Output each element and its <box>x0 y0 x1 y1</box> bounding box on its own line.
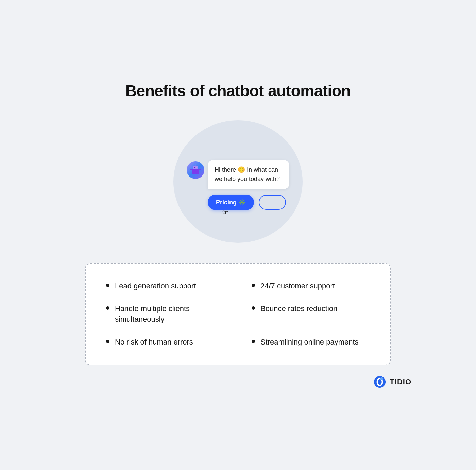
benefit-item: Handle multiple clients simultaneously <box>106 304 224 325</box>
svg-rect-8 <box>194 171 197 171</box>
svg-point-5 <box>197 167 197 168</box>
benefit-text: 24/7 customer support <box>260 281 335 291</box>
chat-message-row: Hi there 😊 In what can we help you today… <box>187 160 289 189</box>
benefit-bullet <box>106 284 109 287</box>
empty-button[interactable] <box>259 195 286 210</box>
connector-line <box>238 243 238 263</box>
tidio-branding: TIDIO <box>373 375 411 388</box>
tidio-brand-name: TIDIO <box>390 377 411 386</box>
bot-avatar <box>187 161 204 179</box>
benefit-item: Bounce rates reduction <box>252 304 370 325</box>
page-container: Benefits of chatbot automation <box>51 61 425 408</box>
benefit-text: Streamlining online payments <box>260 337 359 348</box>
benefit-bullet <box>252 306 255 310</box>
svg-rect-9 <box>190 169 192 170</box>
page-title: Benefits of chatbot automation <box>125 82 351 100</box>
svg-point-7 <box>195 165 196 166</box>
pricing-button-label: Pricing ✳️ <box>216 199 246 206</box>
benefit-text: Handle multiple clients simultaneously <box>115 304 224 325</box>
chat-message-text: Hi there 😊 In what can we help you today… <box>215 166 280 182</box>
benefit-bullet <box>106 340 109 343</box>
svg-point-13 <box>378 379 382 385</box>
benefits-box: Lead generation support 24/7 customer su… <box>85 263 391 365</box>
pricing-button[interactable]: Pricing ✳️ ☞ <box>208 195 254 210</box>
chat-message-bubble: Hi there 😊 In what can we help you today… <box>208 160 289 189</box>
benefit-item: Streamlining online payments <box>252 337 370 348</box>
svg-rect-1 <box>193 166 198 169</box>
benefit-text: Lead generation support <box>115 281 196 291</box>
svg-point-14 <box>380 377 383 380</box>
tidio-logo-icon <box>373 375 386 388</box>
benefit-text: Bounce rates reduction <box>260 304 337 314</box>
cursor-icon: ☞ <box>222 208 228 216</box>
chat-widget: Hi there 😊 In what can we help you today… <box>187 160 289 210</box>
benefit-bullet <box>252 284 255 287</box>
benefit-item: 24/7 customer support <box>252 281 370 291</box>
benefit-item: No risk of human errors <box>106 337 224 348</box>
svg-point-4 <box>194 167 195 168</box>
bot-avatar-svg <box>189 164 202 176</box>
chat-area: Hi there 😊 In what can we help you today… <box>167 120 309 243</box>
benefit-text: No risk of human errors <box>115 337 193 348</box>
benefit-bullet <box>106 306 109 310</box>
chat-buttons-row: Pricing ✳️ ☞ <box>187 195 286 210</box>
benefit-bullet <box>252 340 255 343</box>
svg-rect-10 <box>199 169 201 170</box>
benefit-item: Lead generation support <box>106 281 224 291</box>
